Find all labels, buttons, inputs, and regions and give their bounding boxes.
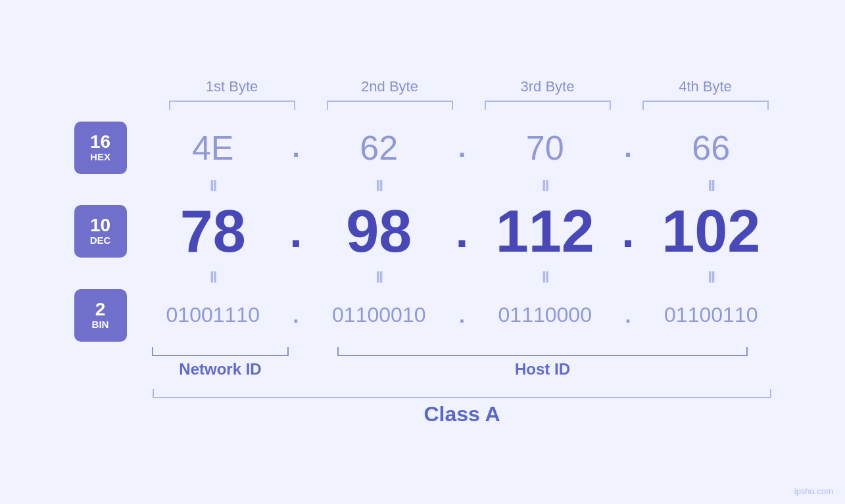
byte-header-2: 2nd Byte [311,78,469,95]
dec-value-4: 102 [638,198,785,265]
eq-sign-2-4: II [708,268,714,286]
top-brackets [61,101,785,110]
bottom-brackets-section: Network ID Host ID [61,347,785,378]
network-id-block: Network ID [140,347,301,378]
host-id-bracket [337,347,748,356]
byte-header-4: 4th Byte [627,78,785,95]
bin-dot-2: . [452,305,472,326]
bin-val-2: 01100010 [332,303,425,327]
hex-badge: 16 HEX [74,122,127,174]
main-container: 1st Byte 2nd Byte 3rd Byte 4th Byte 16 H… [61,78,785,426]
dec-value-1: 78 [140,198,287,265]
hex-val-2: 62 [360,128,398,168]
eq1-3: II [472,177,619,195]
bracket-cell-2 [311,101,469,110]
eq2-4: II [638,268,785,286]
dec-value-3: 112 [472,198,619,265]
eq-sign-1-4: II [708,177,714,195]
bin-row: 2 BIN 01001110 . 01100010 . 01110000 . 0… [61,289,785,342]
bin-value-3: 01110000 [472,303,619,327]
bracket-top-1 [169,101,295,110]
hex-dot-3: . [618,134,638,162]
hex-dot-2: . [452,134,472,162]
dec-badge-num: 10 [90,216,110,235]
hex-values: 4E . 62 . 70 . 66 [140,128,785,168]
dec-val-1: 78 [180,198,246,265]
bracket-cell-4 [627,101,785,110]
bin-val-1: 01001110 [166,303,260,327]
class-label: Class A [140,402,785,426]
dec-badge-label: DEC [90,235,111,246]
hex-value-4: 66 [638,128,785,168]
dec-value-2: 98 [306,198,452,265]
dec-values: 78 . 98 . 112 . 102 [140,198,785,265]
host-id-label: Host ID [515,360,570,378]
bracket-top-4 [642,101,769,110]
bracket-cell-3 [469,101,627,110]
eq1-1: II [140,177,287,195]
dec-val-3: 112 [496,198,594,265]
eq2-3: II [472,268,619,286]
bin-dot-1: . [286,305,306,326]
bracket-cell-1 [153,101,311,110]
eq-sign-2-3: II [542,268,548,286]
class-bracket [153,389,771,398]
eq1-4: II [638,177,785,195]
network-id-bracket [152,347,289,356]
bin-values: 01001110 . 01100010 . 01110000 . 0110011… [140,303,785,327]
hex-val-1: 4E [192,128,234,168]
hex-val-3: 70 [526,128,564,168]
watermark: ipshu.com [794,486,833,496]
dec-val-4: 102 [662,198,760,265]
equals-row-1: II II II II [61,177,785,195]
dec-row: 10 DEC 78 . 98 . 112 . 102 [61,198,785,265]
network-id-label: Network ID [179,360,261,378]
byte-headers-row: 1st Byte 2nd Byte 3rd Byte 4th Byte [61,78,785,95]
eq1-2: II [306,177,452,195]
bin-value-4: 01100110 [638,303,785,327]
eq-sign-1-2: II [376,177,382,195]
eq-sign-2-2: II [376,268,382,286]
hex-dot-1: . [286,134,306,162]
hex-value-2: 62 [306,128,452,168]
hex-value-3: 70 [472,128,619,168]
bin-value-2: 01100010 [306,303,452,327]
dec-badge: 10 DEC [74,205,127,258]
bin-dot-3: . [618,305,638,326]
byte-header-3: 3rd Byte [469,78,627,95]
dec-dot-2: . [452,208,472,254]
hex-row: 16 HEX 4E . 62 . 70 . 66 [61,122,785,174]
bracket-top-2 [327,101,453,110]
eq2-2: II [306,268,452,286]
hex-value-1: 4E [140,128,287,168]
hex-val-4: 66 [692,128,730,168]
dec-dot-3: . [618,208,638,254]
eq-sign-2-1: II [210,268,216,286]
eq-sign-1-3: II [542,177,548,195]
bin-value-1: 01001110 [140,303,287,327]
dec-val-2: 98 [346,198,412,265]
bin-badge-num: 2 [95,300,106,319]
bin-badge-label: BIN [92,319,109,331]
hex-badge-label: HEX [90,151,110,163]
bracket-top-3 [485,101,611,110]
host-id-block: Host ID [301,347,785,378]
dec-dot-1: . [286,208,306,254]
class-row: Class A [61,389,785,426]
bin-val-3: 01110000 [498,303,592,327]
hex-badge-num: 16 [90,133,110,151]
bin-badge: 2 BIN [74,289,127,342]
eq-sign-1-1: II [210,177,216,195]
bracket-labels-row: Network ID Host ID [140,347,785,378]
bin-val-4: 01100110 [664,303,758,327]
byte-header-1: 1st Byte [153,78,311,95]
eq2-1: II [140,268,287,286]
equals-row-2: II II II II [61,268,785,286]
